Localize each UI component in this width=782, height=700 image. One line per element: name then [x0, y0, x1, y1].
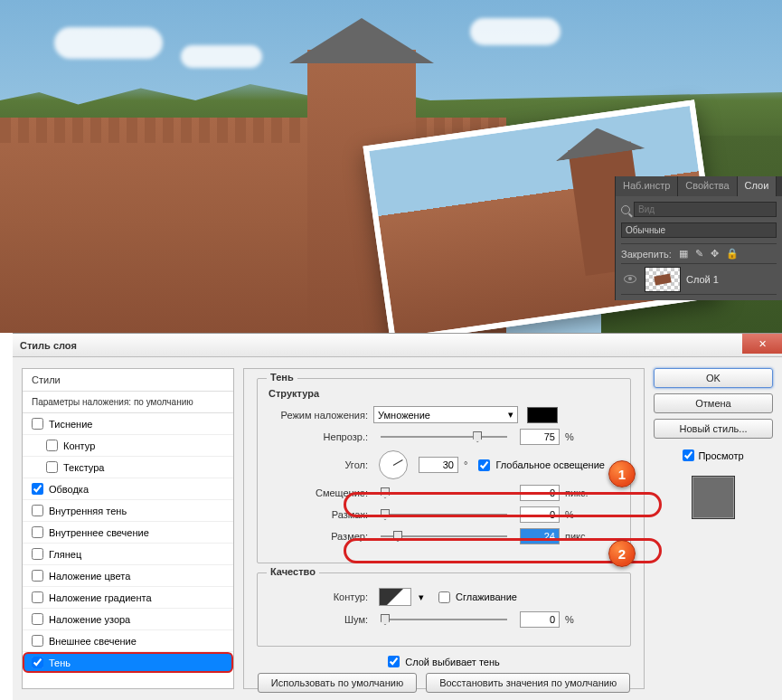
- knockout-label: Слой выбивает тень: [405, 657, 500, 667]
- layer-name-label[interactable]: Слой 1: [686, 274, 719, 285]
- annotation-callout-2: 2: [608, 540, 636, 567]
- tab-properties[interactable]: Свойства: [678, 176, 737, 196]
- spread-slider[interactable]: [381, 514, 507, 516]
- style-checkbox-contour[interactable]: [46, 440, 58, 451]
- dialog-buttons-column: OK Отмена Новый стиль... Просмотр: [654, 368, 773, 689]
- spread-input[interactable]: [520, 506, 560, 523]
- antialias-label: Сглаживание: [456, 591, 517, 602]
- global-light-label: Глобальное освещение: [495, 459, 605, 470]
- contour-label: Контур:: [269, 591, 368, 602]
- new-style-button[interactable]: Новый стиль...: [654, 419, 773, 439]
- style-checkbox-stroke[interactable]: [32, 483, 43, 495]
- distance-slider[interactable]: [381, 492, 507, 494]
- layer-thumbnail[interactable]: [645, 267, 681, 292]
- style-checkbox-outer-glow[interactable]: [32, 635, 43, 647]
- layer-blend-mode-select[interactable]: Обычные: [621, 222, 777, 238]
- ok-button[interactable]: OK: [654, 368, 773, 388]
- angle-unit: °: [464, 459, 467, 470]
- global-light-checkbox[interactable]: [478, 459, 490, 471]
- noise-slider[interactable]: [381, 619, 507, 620]
- layer-style-dialog: Стиль слоя ✕ Стили Параметры наложения: …: [13, 333, 782, 700]
- spread-label: Размах:: [269, 509, 368, 520]
- preview-checkbox[interactable]: [683, 449, 694, 461]
- tab-layers[interactable]: Слои: [738, 176, 777, 196]
- style-item-outer-glow[interactable]: Внешнее свечение: [23, 630, 233, 652]
- structure-subtitle: Структура: [269, 388, 619, 399]
- opacity-input[interactable]: [520, 429, 560, 445]
- close-button[interactable]: ✕: [742, 334, 782, 354]
- style-checkbox-color-overlay[interactable]: [32, 570, 43, 582]
- style-label: Наложение узора: [49, 614, 130, 625]
- layer-row[interactable]: Слой 1: [621, 264, 777, 295]
- style-checkbox-inner-shadow[interactable]: [32, 505, 43, 516]
- style-item-bevel[interactable]: Тиснение: [23, 413, 233, 435]
- noise-unit: %: [565, 614, 574, 625]
- style-checkbox-gradient-overlay[interactable]: [32, 591, 43, 603]
- style-checkbox-inner-glow[interactable]: [32, 526, 43, 538]
- style-item-satin[interactable]: Глянец: [23, 544, 233, 565]
- reset-default-button[interactable]: Восстановить значения по умолчанию: [426, 673, 630, 693]
- distance-unit: пикс.: [565, 487, 589, 498]
- angle-input[interactable]: [419, 457, 458, 473]
- contour-chevron-icon[interactable]: ▾: [419, 591, 424, 603]
- style-item-gradient-overlay[interactable]: Наложение градиента: [23, 587, 233, 609]
- style-checkbox-pattern-overlay[interactable]: [32, 613, 43, 625]
- shadow-fieldset: Тень Структура Режим наложения: Умножени…: [257, 378, 631, 563]
- lock-transparency-icon[interactable]: ▦: [679, 248, 688, 260]
- dialog-titlebar[interactable]: Стиль слоя ✕: [13, 334, 782, 357]
- style-item-inner-shadow[interactable]: Внутренняя тень: [23, 500, 233, 522]
- lock-all-icon[interactable]: 🔒: [726, 248, 739, 260]
- opacity-unit: %: [565, 431, 574, 442]
- size-unit: пикс.: [565, 531, 589, 542]
- lock-brush-icon[interactable]: ✎: [695, 248, 703, 260]
- style-checkbox-drop-shadow[interactable]: [32, 657, 43, 668]
- layer-visibility-toggle[interactable]: [621, 274, 639, 285]
- annotation-callout-1: 1: [608, 460, 636, 487]
- opacity-slider[interactable]: [381, 436, 507, 438]
- tab-tool-presets[interactable]: Наб.инстр: [616, 176, 678, 196]
- spread-unit: %: [565, 509, 574, 520]
- shadow-color-swatch[interactable]: [527, 407, 558, 423]
- angle-label: Угол:: [269, 459, 368, 470]
- style-item-drop-shadow[interactable]: Тень: [23, 652, 233, 673]
- knockout-checkbox[interactable]: [388, 656, 400, 667]
- cancel-button[interactable]: Отмена: [654, 393, 773, 413]
- style-item-contour[interactable]: Контур: [23, 435, 233, 457]
- style-label: Тиснение: [49, 419, 92, 430]
- size-input[interactable]: [520, 528, 560, 544]
- noise-input[interactable]: [520, 611, 560, 628]
- styles-list: Стили Параметры наложения: по умолчанию …: [22, 368, 234, 689]
- style-item-pattern-overlay[interactable]: Наложение узора: [23, 609, 233, 630]
- style-label: Внутренняя тень: [49, 506, 127, 516]
- blend-mode-dropdown[interactable]: Умножение▾: [373, 406, 518, 423]
- preview-swatch: [692, 476, 735, 519]
- search-icon: [621, 205, 630, 214]
- style-checkbox-bevel[interactable]: [32, 418, 43, 430]
- size-slider[interactable]: [381, 535, 507, 537]
- antialias-checkbox[interactable]: [438, 591, 450, 603]
- style-item-texture[interactable]: Текстура: [23, 457, 233, 478]
- style-item-inner-glow[interactable]: Внутреннее свечение: [23, 522, 233, 544]
- angle-dial[interactable]: [379, 450, 408, 479]
- contour-picker[interactable]: [379, 588, 411, 606]
- style-item-color-overlay[interactable]: Наложение цвета: [23, 565, 233, 587]
- style-label: Наложение градиента: [49, 592, 152, 603]
- style-label: Обводка: [49, 484, 89, 495]
- style-label: Внешнее свечение: [49, 636, 137, 647]
- preview-label: Просмотр: [698, 450, 743, 461]
- layer-filter-input[interactable]: [634, 202, 777, 217]
- opacity-label: Непрозр.:: [269, 431, 368, 442]
- blending-options-item[interactable]: Параметры наложения: по умолчанию: [23, 392, 233, 413]
- shadow-settings-panel: Тень Структура Режим наложения: Умножени…: [243, 368, 645, 689]
- style-item-stroke[interactable]: Обводка: [23, 478, 233, 500]
- section-title: Тень: [267, 372, 297, 383]
- distance-input[interactable]: [520, 485, 560, 501]
- lock-move-icon[interactable]: ✥: [711, 248, 719, 260]
- style-checkbox-satin[interactable]: [32, 548, 43, 560]
- styles-list-header[interactable]: Стили: [23, 369, 233, 392]
- style-label: Тень: [49, 657, 71, 668]
- make-default-button[interactable]: Использовать по умолчанию: [258, 673, 417, 693]
- style-label: Внутреннее свечение: [49, 527, 149, 538]
- noise-label: Шум:: [269, 614, 368, 625]
- style-checkbox-texture[interactable]: [46, 461, 58, 473]
